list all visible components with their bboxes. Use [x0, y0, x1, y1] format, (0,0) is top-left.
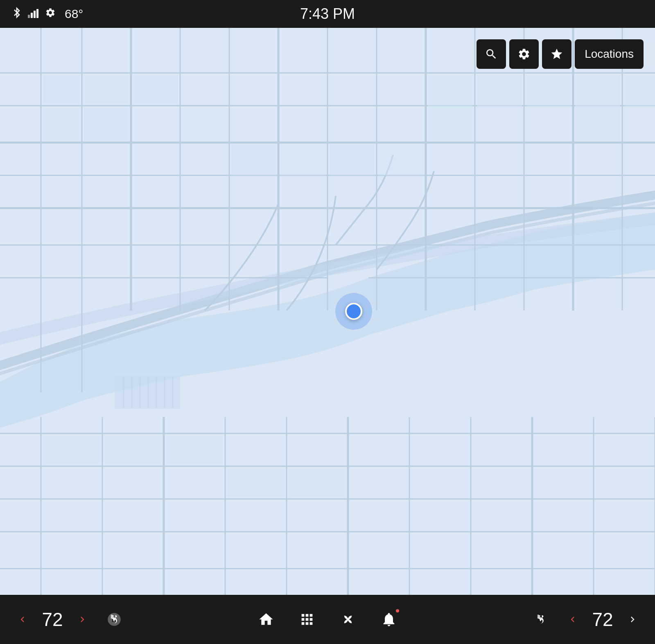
- home-button[interactable]: [252, 605, 280, 634]
- search-button[interactable]: [477, 39, 506, 69]
- signal-icon: [28, 10, 38, 18]
- right-fan-button[interactable]: [526, 605, 555, 634]
- right-temp-increase-button[interactable]: [618, 605, 647, 634]
- svg-rect-63: [156, 377, 157, 408]
- svg-rect-43: [182, 108, 227, 141]
- left-temp-section: 72: [8, 605, 129, 634]
- svg-rect-59: [123, 377, 124, 408]
- left-fan-button[interactable]: [100, 605, 129, 634]
- svg-rect-57: [289, 468, 346, 497]
- svg-rect-54: [104, 435, 162, 464]
- svg-rect-39: [84, 75, 129, 104]
- svg-rect-47: [379, 145, 424, 175]
- settings-status-icon: [45, 7, 56, 20]
- right-temperature: 72: [590, 608, 615, 630]
- svg-rect-48: [428, 75, 473, 141]
- map-area[interactable]: Locations: [0, 28, 655, 595]
- outside-temperature: 68°: [65, 7, 83, 21]
- svg-rect-55: [166, 435, 223, 464]
- bluetooth-icon: [12, 7, 21, 21]
- bottom-bar: 72: [0, 595, 655, 644]
- svg-rect-49: [477, 75, 522, 108]
- svg-rect-51: [575, 75, 620, 141]
- svg-rect-41: [43, 108, 80, 141]
- svg-rect-61: [139, 377, 141, 408]
- locations-button[interactable]: Locations: [575, 39, 644, 69]
- bottom-center-controls: [129, 605, 526, 634]
- left-temp-decrease-button[interactable]: [8, 605, 37, 634]
- map-controls: Locations: [477, 39, 644, 69]
- svg-rect-42: [84, 108, 129, 141]
- status-bar: 68° 7:43 PM: [0, 0, 655, 28]
- status-time: 7:43 PM: [300, 5, 355, 23]
- svg-rect-65: [172, 377, 174, 408]
- right-temp-decrease-button[interactable]: [558, 605, 587, 634]
- svg-rect-45: [280, 145, 325, 175]
- notifications-button[interactable]: [375, 605, 403, 634]
- current-location-marker: [335, 293, 372, 330]
- left-temperature: 72: [40, 608, 65, 630]
- svg-rect-64: [164, 377, 165, 408]
- svg-rect-52: [624, 75, 655, 108]
- svg-rect-62: [147, 377, 149, 408]
- svg-rect-56: [227, 468, 285, 497]
- fan-button[interactable]: [334, 605, 362, 634]
- apps-button[interactable]: [293, 605, 321, 634]
- svg-rect-50: [526, 75, 571, 108]
- status-left: 68°: [12, 7, 83, 21]
- left-temp-increase-button[interactable]: [68, 605, 97, 634]
- right-temp-section: 72: [526, 605, 647, 634]
- svg-rect-53: [43, 435, 100, 464]
- svg-rect-60: [131, 377, 133, 408]
- map-settings-button[interactable]: [509, 39, 539, 69]
- favorites-button[interactable]: [542, 39, 571, 69]
- svg-rect-44: [231, 145, 276, 175]
- svg-rect-38: [43, 75, 80, 104]
- svg-rect-40: [133, 75, 178, 104]
- map-background: [0, 28, 655, 595]
- svg-rect-46: [330, 145, 375, 175]
